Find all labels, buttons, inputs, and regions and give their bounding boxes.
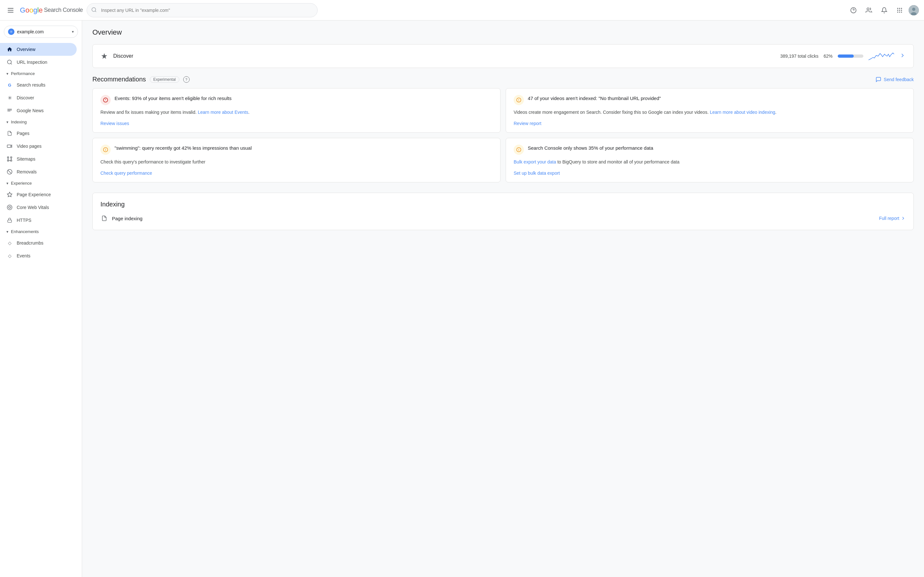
rec-card-bulk-export: Search Console only shows 35% of your pe… — [506, 138, 914, 182]
sidebar-item-page-experience[interactable]: Page Experience — [0, 188, 77, 201]
logo-g: G — [20, 6, 25, 14]
enhancements-section-header[interactable]: ▾ Enhancements — [0, 227, 82, 237]
discover-label: Discover — [113, 53, 775, 59]
events-icon: ◇ — [6, 253, 13, 259]
property-button[interactable]: example.com ▾ — [4, 26, 78, 38]
sidebar-item-pages[interactable]: Pages — [0, 127, 77, 140]
apps-button[interactable] — [893, 4, 906, 17]
discover-progress-bar — [838, 55, 863, 58]
performance-section-header[interactable]: ▾ Performance — [0, 69, 82, 79]
people-button[interactable] — [863, 4, 875, 17]
sidebar-item-discover[interactable]: ✳ Discover — [0, 91, 77, 104]
recommendations-title: Recommendations — [92, 76, 146, 83]
discover-total-clicks: 389,197 total clicks — [780, 53, 819, 59]
svg-point-13 — [901, 10, 902, 11]
sidebar-item-video-pages[interactable]: Video pages — [0, 140, 77, 153]
sidebar-item-label: Video pages — [17, 143, 42, 149]
recommendations-grid: Events: 93% of your items aren't eligibl… — [92, 88, 914, 182]
sidebar-item-url-inspection[interactable]: URL Inspection — [0, 56, 77, 69]
sidebar-item-breadcrumbs[interactable]: ◇ Breadcrumbs — [0, 237, 77, 250]
removals-icon — [6, 169, 13, 175]
rec-card-link[interactable]: Learn more about video indexing — [710, 110, 775, 115]
svg-line-22 — [11, 63, 11, 64]
logo-o1: o — [25, 6, 29, 14]
svg-rect-25 — [7, 111, 10, 111]
rec-card-header: "swimming": query recently got 42% less … — [100, 145, 493, 155]
svg-rect-1 — [8, 10, 13, 11]
rec-card-header: 47 of your videos aren't indexed: "No th… — [514, 95, 906, 105]
experimental-badge: Experimental — [150, 76, 179, 83]
svg-point-3 — [92, 7, 95, 11]
bulk-export-link[interactable]: Bulk export your data — [514, 159, 556, 164]
discover-sparkle-icon — [100, 52, 108, 60]
experience-section-header[interactable]: ▾ Experience — [0, 178, 82, 188]
progress-fill — [838, 55, 854, 58]
sidebar-item-label: URL Inspection — [17, 60, 47, 65]
rec-card-body: Check this query's performance to invest… — [100, 159, 493, 165]
rec-card-body: Review and fix issues making your items … — [100, 109, 493, 116]
svg-line-4 — [95, 11, 96, 11]
url-inspect-input[interactable] — [87, 3, 318, 17]
sidebar-item-events[interactable]: ◇ Events — [0, 250, 77, 262]
menu-button[interactable] — [5, 5, 16, 16]
help-button[interactable] — [847, 4, 860, 17]
sidebar-item-search-results[interactable]: G Search results — [0, 79, 77, 91]
core-web-vitals-icon — [6, 204, 13, 211]
svg-point-10 — [901, 8, 902, 9]
indexing-row: Page indexing Full report — [100, 214, 906, 222]
sidebar-item-google-news[interactable]: Google News — [0, 104, 77, 117]
svg-point-11 — [897, 10, 898, 11]
review-issues-link[interactable]: Review issues — [100, 121, 129, 126]
sidebar-item-https[interactable]: HTTPS — [0, 214, 77, 227]
discover-chevron-right[interactable] — [899, 52, 906, 60]
svg-rect-29 — [11, 160, 12, 161]
warn-icon — [100, 145, 111, 155]
set-up-bulk-export-link[interactable]: Set up bulk data export — [514, 171, 560, 176]
send-feedback-button[interactable]: Send feedback — [876, 77, 914, 82]
sidebar-item-label: Breadcrumbs — [17, 240, 43, 245]
sidebar-item-removals[interactable]: Removals — [0, 165, 77, 178]
help-icon[interactable]: ? — [183, 76, 190, 83]
chevron-down-icon: ▾ — [72, 29, 74, 34]
sidebar-item-label: Google News — [17, 108, 44, 113]
svg-line-35 — [8, 170, 11, 174]
logo-g2: g — [33, 6, 37, 14]
property-name: example.com — [17, 29, 69, 34]
svg-rect-23 — [7, 109, 12, 110]
sidebar-item-sitemaps[interactable]: Sitemaps — [0, 153, 77, 165]
sidebar-item-overview[interactable]: Overview — [0, 43, 77, 56]
video-pages-icon — [6, 143, 13, 149]
search-bar — [87, 3, 318, 17]
section-label: Performance — [11, 71, 35, 76]
rec-card-title: Search Console only shows 35% of your pe… — [528, 145, 653, 151]
full-report-link[interactable]: Full report — [879, 216, 906, 221]
rec-card-videos: 47 of your videos aren't indexed: "No th… — [506, 88, 914, 133]
send-feedback-label: Send feedback — [884, 77, 914, 82]
rec-card-body: Videos create more engagement on Search.… — [514, 109, 906, 116]
svg-rect-24 — [7, 110, 12, 111]
check-query-link[interactable]: Check query performance — [100, 171, 152, 176]
section-label: Indexing — [11, 119, 27, 124]
rec-card-link[interactable]: Learn more about Events — [198, 110, 248, 115]
svg-point-14 — [897, 11, 898, 13]
svg-point-12 — [899, 10, 900, 11]
sidebar-item-label: Removals — [17, 169, 37, 174]
warn-icon — [514, 145, 524, 155]
search-icon — [91, 7, 97, 13]
discover-sparkline — [869, 51, 894, 61]
section-collapse-icon: ▾ — [6, 71, 8, 76]
sidebar-item-core-web-vitals[interactable]: Core Web Vitals — [0, 201, 77, 214]
review-report-link[interactable]: Review report — [514, 121, 541, 126]
discover-percent: 62% — [824, 53, 833, 59]
property-selector: example.com ▾ — [4, 26, 78, 38]
sidebar-item-label: Sitemaps — [17, 156, 35, 161]
notifications-button[interactable] — [878, 4, 891, 17]
main-content: Overview Discover 389,197 total clicks 6… — [82, 21, 924, 577]
section-collapse-icon: ▾ — [6, 120, 8, 124]
google-icon: G — [6, 82, 13, 88]
sidebar-item-label: Overview — [17, 47, 35, 52]
avatar[interactable] — [909, 5, 919, 15]
svg-point-18 — [912, 8, 915, 11]
section-label: Experience — [11, 181, 32, 185]
indexing-section-header[interactable]: ▾ Indexing — [0, 117, 82, 127]
